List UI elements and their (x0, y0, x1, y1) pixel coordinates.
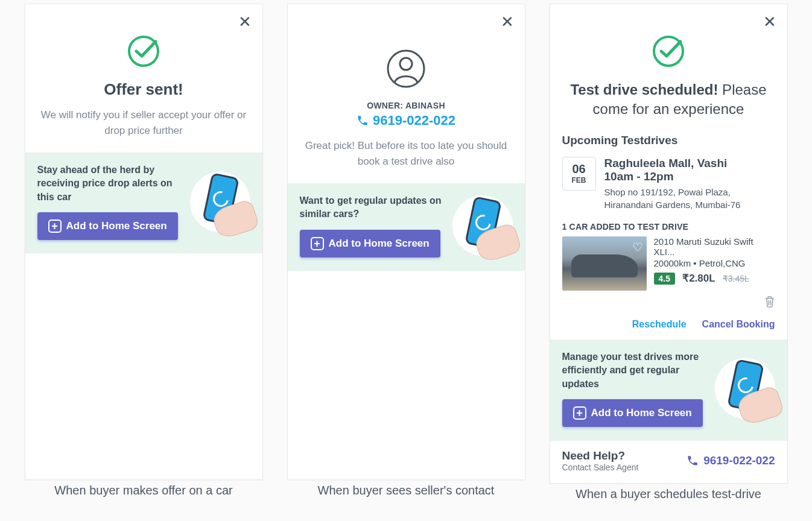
phone-hand-icon (190, 172, 250, 232)
svg-point-0 (129, 37, 158, 66)
promo-banner: Manage your test drives more efficiently… (550, 339, 787, 440)
svg-point-2 (400, 58, 412, 70)
promo-text: Want to get regular updates on similar c… (300, 194, 446, 221)
testdrive-title: Test drive scheduled! Please come for an… (565, 80, 773, 119)
phone-icon (687, 455, 699, 467)
add-to-home-button[interactable]: + Add to Home Screen (562, 399, 703, 427)
help-phone: 9619-022-022 (703, 454, 775, 467)
close-icon[interactable]: ✕ (763, 14, 776, 30)
offer-subtitle: We will notify you if seller accept your… (40, 107, 248, 138)
help-subtitle: Contact Sales Agent (562, 463, 639, 472)
promo-text: Manage your test drives more efficiently… (562, 350, 709, 391)
plus-box-icon: + (48, 219, 62, 233)
car-row: ♡ 2010 Maruti Suzuki Swift XLI... 20000k… (550, 236, 787, 295)
cta-label: Add to Home Screen (329, 238, 430, 250)
help-phone-link[interactable]: 9619-022-022 (687, 454, 775, 467)
appointment-time: 10am - 12pm (604, 170, 775, 183)
cars-added-count: 1 CAR ADDED TO TEST DRIVE (550, 219, 787, 236)
appointment-row: 06 FEB Raghuleela Mall, Vashi 10am - 12p… (550, 153, 787, 219)
caption: When buyer sees seller's contact (318, 484, 495, 497)
offer-title: Offer sent! (40, 80, 248, 99)
plus-box-icon: + (573, 406, 586, 420)
phone-icon (357, 115, 369, 127)
heart-icon[interactable]: ♡ (632, 240, 643, 254)
cta-label: Add to Home Screen (66, 220, 167, 232)
add-to-home-button[interactable]: + Add to Home Screen (37, 212, 178, 240)
seller-contact-card: ✕ OWNER: ABINASH 9619-022-022 Great pick… (287, 4, 525, 480)
phone-hand-icon (715, 358, 775, 418)
trash-icon[interactable] (764, 297, 775, 310)
appointment-address: Shop no 191/192, Powai Plaza, Hiranandan… (604, 186, 775, 211)
promo-banner: Stay ahead of the herd by receiving pric… (25, 153, 262, 253)
close-icon[interactable]: ✕ (238, 14, 252, 30)
phone-hand-icon (452, 195, 513, 256)
check-circle-icon (650, 33, 687, 72)
cancel-booking-link[interactable]: Cancel Booking (702, 319, 775, 330)
caption: When a buyer schedules test-drive (576, 487, 761, 501)
contact-subtitle: Great pick! But before its too late you … (302, 138, 510, 169)
car-price: ₹2.80L (682, 273, 715, 284)
close-icon[interactable]: ✕ (501, 14, 514, 30)
car-meta: 20000km • Petrol,CNG (654, 258, 775, 268)
car-thumbnail: ♡ (562, 236, 647, 291)
owner-label: OWNER: ABINASH (302, 101, 510, 110)
help-bar: Need Help? Contact Sales Agent 9619-022-… (550, 440, 787, 483)
reschedule-link[interactable]: Reschedule (632, 319, 687, 330)
user-circle-icon (385, 48, 427, 92)
svg-point-1 (388, 51, 424, 87)
help-title: Need Help? (562, 449, 639, 463)
caption: When buyer makes offer on a car (54, 484, 232, 497)
appointment-location: Raghuleela Mall, Vashi (604, 157, 775, 170)
svg-point-3 (654, 37, 683, 66)
check-circle-icon (125, 33, 162, 72)
owner-phone: 9619-022-022 (373, 113, 455, 128)
car-old-price: ₹3.45L (723, 274, 749, 283)
cta-label: Add to Home Screen (591, 407, 692, 419)
testdrive-scheduled-card: ✕ Test drive scheduled! Please come for … (550, 4, 788, 484)
car-title: 2010 Maruti Suzuki Swift XLI... (654, 236, 775, 257)
add-to-home-button[interactable]: + Add to Home Screen (300, 230, 440, 257)
rating-badge: 4.5 (654, 273, 675, 285)
upcoming-section-title: Upcoming Testdrives (550, 134, 787, 153)
offer-sent-card: ✕ Offer sent! We will notify you if sell… (25, 4, 263, 480)
promo-text: Stay ahead of the herd by receiving pric… (37, 163, 184, 204)
promo-banner: Want to get regular updates on similar c… (288, 183, 525, 271)
date-badge: 06 FEB (562, 157, 596, 191)
owner-phone-link[interactable]: 9619-022-022 (357, 113, 455, 128)
plus-box-icon: + (311, 237, 324, 250)
